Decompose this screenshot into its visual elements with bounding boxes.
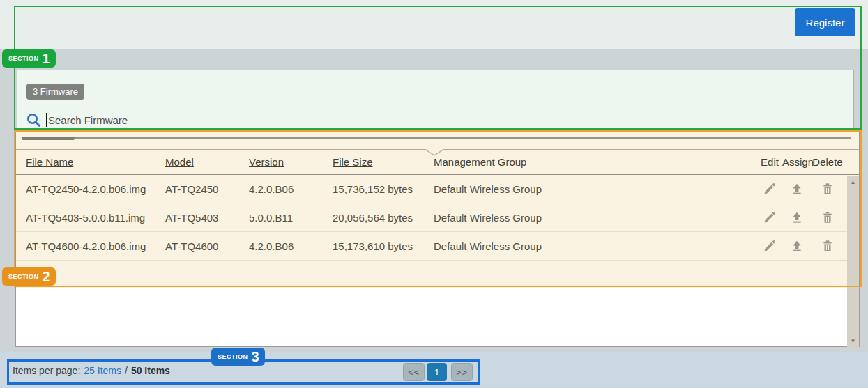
edit-button[interactable] — [757, 183, 782, 195]
section-1-badge: SECTION 1 — [2, 49, 56, 68]
cell-model: AT-TQ2450 — [165, 183, 249, 195]
edit-button[interactable] — [757, 240, 782, 252]
horizontal-scrollbar-track[interactable] — [22, 137, 851, 139]
cell-file-size: 20,056,564 bytes — [333, 212, 434, 224]
cell-file-name: AT-TQ4600-4.2.0.b06.img — [26, 240, 165, 252]
pencil-icon — [763, 240, 776, 252]
cell-management-group: Default Wireless Group — [434, 212, 757, 224]
cell-version: 5.0.0.B11 — [249, 212, 333, 224]
cell-management-group: Default Wireless Group — [434, 183, 757, 195]
upload-icon — [791, 183, 803, 195]
search-placeholder: Search Firmware — [48, 114, 128, 126]
scroll-down-icon[interactable]: ▼ — [847, 336, 859, 346]
items-per-page: Items per page: 25 Items / 50 Items — [13, 365, 170, 376]
column-header-model[interactable]: Model — [165, 156, 249, 168]
firmware-table-container: File Name Model Version File Size Manage… — [15, 130, 860, 347]
delete-button[interactable] — [812, 183, 844, 195]
trash-icon — [821, 211, 834, 224]
upload-icon — [791, 211, 803, 224]
cell-model: AT-TQ4600 — [165, 240, 249, 252]
search-panel: 3 Firmware Search Firmware — [17, 70, 854, 129]
scroll-up-icon[interactable]: ▲ — [847, 177, 859, 187]
section-label: SECTION — [8, 273, 39, 280]
column-header-file-size[interactable]: File Size — [333, 156, 434, 168]
delete-button[interactable] — [812, 211, 844, 224]
table-row: AT-TQ2450-4.2.0.b06.img AT-TQ2450 4.2.0.… — [16, 175, 859, 203]
table-row: AT-TQ5403-5.0.0.b11.img AT-TQ5403 5.0.0.… — [16, 203, 859, 232]
table-row: AT-TQ4600-4.2.0.b06.img AT-TQ4600 4.2.0.… — [16, 232, 859, 261]
column-header-version[interactable]: Version — [249, 156, 333, 168]
firmware-count-badge: 3 Firmware — [26, 84, 84, 100]
trash-icon — [821, 183, 834, 195]
cell-file-name: AT-TQ2450-4.2.0.b06.img — [26, 183, 165, 195]
assign-button[interactable] — [782, 183, 812, 195]
column-header-edit: Edit — [757, 156, 782, 168]
cell-file-size: 15,173,610 bytes — [333, 240, 434, 252]
search-icon — [26, 112, 41, 127]
table-header-row: File Name Model Version File Size Manage… — [16, 150, 859, 175]
search-input[interactable]: Search Firmware — [26, 111, 128, 129]
column-header-assign: Assign — [782, 156, 812, 168]
firmware-table: File Name Model Version File Size Manage… — [16, 131, 859, 288]
section-label: SECTION — [8, 55, 39, 62]
column-header-management-group: Management Group — [434, 156, 757, 168]
section-number: 2 — [43, 270, 50, 284]
section-number: 1 — [43, 52, 50, 65]
items-per-page-label: Items per page: — [13, 365, 80, 376]
section-number: 3 — [252, 350, 259, 364]
next-page-button[interactable]: >> — [451, 363, 473, 381]
section-label: SECTION — [218, 353, 248, 360]
cell-model: AT-TQ5403 — [165, 212, 249, 224]
cell-file-name: AT-TQ5403-5.0.0.b11.img — [26, 212, 165, 224]
separator: / — [125, 365, 128, 376]
section-2-badge: SECTION 2 — [2, 267, 56, 286]
cell-version: 4.2.0.B06 — [249, 183, 333, 195]
register-button[interactable]: Register — [795, 8, 855, 36]
column-header-file-name[interactable]: File Name — [26, 156, 165, 168]
pencil-icon — [763, 211, 776, 224]
current-page-button[interactable]: 1 — [427, 363, 447, 381]
total-items-label: 50 Items — [131, 365, 170, 376]
assign-button[interactable] — [782, 240, 812, 252]
text-cursor — [46, 113, 47, 127]
assign-button[interactable] — [782, 211, 812, 224]
cell-file-size: 15,736,152 bytes — [333, 183, 434, 195]
previous-page-button[interactable]: << — [403, 363, 425, 381]
trash-icon — [821, 240, 834, 252]
top-toolbar — [0, 0, 868, 49]
cell-version: 4.2.0.B06 — [249, 240, 333, 252]
horizontal-scrollbar-thumb[interactable] — [22, 137, 75, 140]
column-header-delete: Delete — [812, 156, 844, 168]
pencil-icon — [763, 183, 776, 195]
cell-management-group: Default Wireless Group — [434, 240, 757, 252]
edit-button[interactable] — [757, 211, 782, 224]
section-3-badge: SECTION 3 — [211, 348, 265, 366]
delete-button[interactable] — [812, 240, 844, 252]
vertical-scrollbar[interactable]: ▲ ▼ — [847, 176, 859, 347]
upload-icon — [791, 240, 803, 252]
page-size-link[interactable]: 25 Items — [84, 365, 121, 376]
